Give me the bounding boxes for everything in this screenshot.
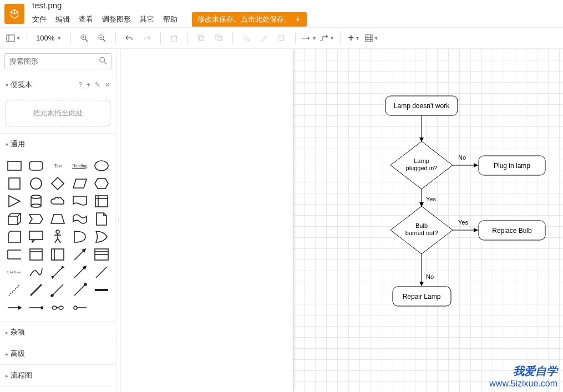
svg-point-31 bbox=[31, 195, 41, 198]
shape-card[interactable] bbox=[4, 229, 24, 245]
shape-internal-storage[interactable] bbox=[92, 194, 111, 209]
svg-line-58 bbox=[52, 284, 63, 296]
svg-line-3 bbox=[85, 39, 88, 41]
category-advanced[interactable]: ▸高级 bbox=[0, 343, 116, 364]
to-back-button[interactable] bbox=[211, 31, 227, 45]
shape-rect[interactable] bbox=[4, 158, 24, 174]
chevron-right-icon: ▸ bbox=[6, 373, 8, 379]
node-repair: Repair Lamp bbox=[403, 293, 441, 301]
chevron-down-icon: ▾ bbox=[6, 141, 8, 147]
redo-button[interactable] bbox=[139, 31, 155, 45]
shape-triangle[interactable] bbox=[4, 194, 24, 209]
shape-or[interactable] bbox=[92, 229, 111, 245]
shape-cloud[interactable] bbox=[48, 194, 68, 209]
save-button[interactable]: 修改未保存。点击此处保存。 bbox=[192, 12, 307, 27]
shape-connector[interactable] bbox=[70, 282, 89, 298]
category-misc[interactable]: ▸杂项 bbox=[0, 322, 116, 343]
scratchpad-panel-header[interactable]: ▾ 便笺本 ? + ✎ ✕ bbox=[0, 74, 116, 95]
shape-line3[interactable] bbox=[48, 282, 68, 298]
shape-diamond[interactable] bbox=[48, 176, 68, 191]
zoom-select[interactable]: 100%▼ bbox=[33, 34, 65, 42]
search-input[interactable] bbox=[4, 53, 111, 69]
zoom-in-button[interactable] bbox=[77, 31, 92, 45]
close-icon[interactable]: ✕ bbox=[105, 81, 110, 89]
menu-file[interactable]: 文件 bbox=[32, 14, 47, 24]
shape-trapezoid[interactable] bbox=[48, 211, 68, 227]
shape-curve[interactable] bbox=[26, 264, 45, 280]
shape-hline-arrow[interactable] bbox=[4, 300, 24, 315]
svg-rect-27 bbox=[29, 161, 43, 170]
shape-parallelogram[interactable] bbox=[70, 176, 89, 191]
shape-arrow[interactable] bbox=[70, 264, 89, 280]
watermark: 我爱自学 www.5izixue.com bbox=[489, 364, 557, 389]
menu-view[interactable]: 查看 bbox=[79, 14, 93, 24]
help-icon[interactable]: ? bbox=[78, 81, 82, 89]
menu-edit[interactable]: 编辑 bbox=[55, 14, 70, 24]
shape-line[interactable] bbox=[92, 264, 111, 280]
shape-container2[interactable] bbox=[48, 247, 68, 262]
svg-line-25 bbox=[104, 62, 106, 64]
delete-button[interactable] bbox=[166, 31, 182, 45]
shape-tape[interactable] bbox=[70, 211, 89, 227]
save-button-label: 修改未保存。点击此处保存。 bbox=[197, 14, 291, 24]
shape-note[interactable] bbox=[92, 211, 111, 227]
shape-datastore[interactable] bbox=[4, 247, 24, 262]
line-color-button[interactable] bbox=[256, 31, 272, 45]
general-panel-header[interactable]: ▾ 通用 bbox=[0, 134, 116, 155]
fill-color-button[interactable] bbox=[239, 31, 254, 45]
connection-button[interactable]: ▼ bbox=[301, 31, 317, 45]
shape-dashed-line[interactable] bbox=[4, 282, 24, 298]
scratchpad-dropzone[interactable]: 把元素拖至此处 bbox=[6, 100, 110, 126]
shadow-button[interactable] bbox=[274, 31, 290, 45]
shape-heading[interactable]: Heading bbox=[70, 158, 89, 174]
undo-button[interactable] bbox=[121, 31, 137, 45]
shape-rounded-rect[interactable] bbox=[26, 158, 45, 174]
shape-text[interactable]: Text bbox=[48, 158, 68, 174]
shape-document[interactable] bbox=[70, 194, 89, 209]
menu-extras[interactable]: 其它 bbox=[140, 14, 154, 24]
svg-line-56 bbox=[9, 284, 20, 296]
menu-arrange[interactable]: 调整图形 bbox=[102, 14, 131, 24]
shape-bidir-arrow[interactable] bbox=[48, 264, 68, 280]
shape-hexagon[interactable] bbox=[92, 176, 111, 191]
sidebar-resize-handle[interactable]: ⋮ bbox=[116, 49, 121, 392]
shape-step[interactable] bbox=[26, 211, 45, 227]
shape-dot-tail[interactable] bbox=[70, 300, 89, 315]
zoom-out-button[interactable] bbox=[94, 31, 110, 45]
shape-actor[interactable] bbox=[48, 229, 68, 245]
menu-help[interactable]: 帮助 bbox=[163, 14, 177, 24]
filename[interactable]: test.png bbox=[32, 1, 307, 10]
shape-list-item[interactable]: List Item bbox=[4, 264, 24, 280]
edit-icon[interactable]: ✎ bbox=[95, 81, 100, 89]
waypoints-button[interactable]: ▼ bbox=[319, 31, 334, 45]
shape-callout[interactable] bbox=[26, 229, 45, 245]
category-flowchart[interactable]: ▸流程图 bbox=[0, 365, 116, 386]
add-icon[interactable]: + bbox=[87, 81, 90, 89]
shape-container[interactable] bbox=[26, 247, 45, 262]
insert-button[interactable]: +▼ bbox=[346, 31, 362, 45]
table-button[interactable]: ▼ bbox=[364, 31, 379, 45]
shape-cube[interactable] bbox=[4, 211, 24, 227]
to-front-button[interactable] bbox=[194, 31, 209, 45]
node-replace: Replace Bulb bbox=[492, 227, 532, 235]
scratchpad-title: 便笺本 bbox=[11, 80, 32, 90]
canvas[interactable]: No Yes Yes No Lamp doesn't work Lamp plu… bbox=[121, 49, 563, 392]
shape-line2[interactable] bbox=[26, 282, 45, 298]
search-icon[interactable] bbox=[99, 57, 107, 66]
shape-arrow-ne[interactable] bbox=[70, 247, 89, 262]
sidebar: ▾ 便笺本 ? + ✎ ✕ 把元素拖至此处 ▾ 通用 Text Heading bbox=[0, 49, 116, 392]
shapes-palette: Text Heading bbox=[0, 155, 116, 321]
shape-hline-dot[interactable] bbox=[26, 300, 45, 315]
shape-cylinder[interactable] bbox=[26, 194, 45, 209]
svg-line-7 bbox=[103, 39, 105, 41]
chevron-right-icon: ▸ bbox=[6, 329, 8, 335]
view-mode-button[interactable]: ▼ bbox=[6, 31, 21, 45]
shape-and[interactable] bbox=[70, 229, 89, 245]
svg-rect-17 bbox=[279, 35, 284, 40]
shape-thick-line[interactable] bbox=[92, 282, 111, 298]
shape-list[interactable] bbox=[92, 247, 111, 262]
shape-ellipse[interactable] bbox=[92, 158, 111, 174]
shape-link[interactable] bbox=[48, 300, 68, 315]
shape-circle[interactable] bbox=[26, 176, 45, 191]
shape-square[interactable] bbox=[4, 176, 24, 191]
